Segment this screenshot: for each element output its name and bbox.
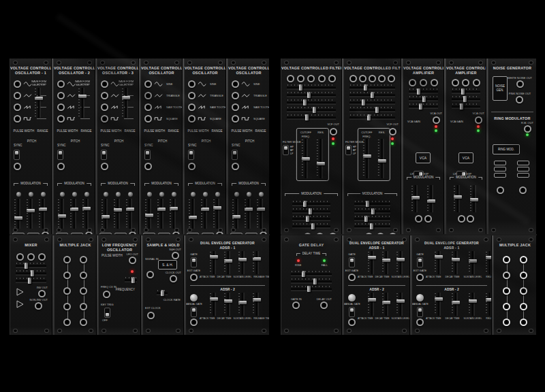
mixer-in-jack[interactable] <box>27 253 35 261</box>
mixer-level-slider[interactable] <box>14 270 48 276</box>
sine-out-jack[interactable] <box>144 80 152 88</box>
multiple-jack[interactable] <box>80 287 87 295</box>
vca-mod-slider[interactable] <box>470 185 478 212</box>
vca-out-jack[interactable] <box>475 116 482 124</box>
vcf-mod-slider[interactable] <box>291 208 332 214</box>
gate-toggle[interactable] <box>191 257 197 267</box>
multiple-jack[interactable] <box>503 287 510 295</box>
multiple-jack[interactable] <box>80 256 87 263</box>
vcf-in-jack[interactable] <box>307 75 315 82</box>
mod-slider[interactable] <box>145 199 153 229</box>
square-out-jack[interactable] <box>57 115 65 122</box>
vca-mod-slider[interactable] <box>454 185 462 212</box>
attack-slider[interactable] <box>210 293 218 316</box>
sync-toggle[interactable] <box>232 150 238 160</box>
sync-jack[interactable] <box>188 163 196 170</box>
ext-clock-jack[interactable] <box>147 312 155 319</box>
saw-out-jack[interactable] <box>101 103 108 111</box>
filter-mode-toggle[interactable] <box>345 145 352 155</box>
release-slider[interactable] <box>253 293 261 316</box>
attack-slider[interactable] <box>368 251 376 274</box>
mod-slider[interactable] <box>189 199 197 229</box>
ring-mod-out-jack[interactable] <box>524 125 531 133</box>
gate-toggle[interactable] <box>349 257 355 267</box>
manual-gate-button[interactable] <box>416 294 424 301</box>
resonance-slider[interactable] <box>317 139 325 178</box>
cutoff-freq-slider[interactable] <box>362 139 371 178</box>
ext-gate-jack[interactable] <box>348 318 356 326</box>
attack-slider[interactable] <box>435 251 443 274</box>
multiple-jack[interactable] <box>63 272 71 279</box>
mod-slider[interactable] <box>70 199 78 229</box>
vca-level-slider[interactable] <box>450 96 482 102</box>
mod-trim-knob[interactable] <box>172 192 176 197</box>
multiple-jack[interactable] <box>520 272 527 279</box>
multiple-jack[interactable] <box>63 303 71 310</box>
vca-out-jack[interactable] <box>433 116 440 124</box>
ring-y-in-jack[interactable] <box>519 186 527 194</box>
vcf-level-slider[interactable] <box>348 84 396 91</box>
saw-out-jack[interactable] <box>144 103 152 111</box>
mod-slider[interactable] <box>58 199 66 229</box>
vcf-mod-slider[interactable] <box>353 201 392 207</box>
vcf-mod-slider[interactable] <box>353 216 392 222</box>
triangle-out-jack[interactable] <box>188 92 196 99</box>
vcf-level-slider[interactable] <box>285 84 337 91</box>
sine-out-jack[interactable] <box>101 80 108 88</box>
vcf-mod-jack[interactable] <box>316 233 324 234</box>
delay-out-jack[interactable] <box>320 301 328 309</box>
sync-toggle[interactable] <box>144 150 151 160</box>
square-out-jack[interactable] <box>144 115 152 122</box>
mod-in-jack[interactable] <box>85 231 93 234</box>
gate-in-jack[interactable] <box>292 301 300 309</box>
multiple-jack[interactable] <box>503 303 510 310</box>
gate-toggle[interactable] <box>417 257 423 267</box>
vcf-mod-jack[interactable] <box>389 233 396 234</box>
waveform-selector-slider[interactable] <box>35 88 43 118</box>
attack-slider[interactable] <box>210 251 218 274</box>
saw-out-jack[interactable] <box>14 103 21 111</box>
decay-slider[interactable] <box>224 251 232 274</box>
multiple-jack[interactable] <box>520 287 527 295</box>
ext-gate-jack[interactable] <box>190 274 198 281</box>
mod-in-jack[interactable] <box>260 231 267 234</box>
vcf-level-slider[interactable] <box>285 114 337 120</box>
vcf-in-jack[interactable] <box>318 75 326 82</box>
mixer-in-jack[interactable] <box>16 253 24 261</box>
multiple-jack[interactable] <box>520 318 527 326</box>
mod-trim-knob[interactable] <box>247 192 251 197</box>
vca-mod-slider[interactable] <box>427 185 435 212</box>
decay-slider[interactable] <box>382 293 390 316</box>
vcf-level-slider[interactable] <box>285 99 337 105</box>
resonance-slider[interactable] <box>378 139 386 178</box>
vcf-in-jack[interactable] <box>359 75 367 82</box>
mod-slider[interactable] <box>213 199 221 229</box>
mod-trim-knob[interactable] <box>60 192 65 197</box>
waveform-selector-slider[interactable] <box>78 88 87 118</box>
mod-trim-knob[interactable] <box>128 192 133 197</box>
delay-time-slider[interactable] <box>290 286 333 292</box>
mod-slider[interactable] <box>257 199 265 229</box>
attack-slider[interactable] <box>368 293 376 316</box>
vca-in-jack[interactable] <box>431 79 438 86</box>
vcf-mod-slider[interactable] <box>353 223 392 229</box>
key-trig-toggle[interactable] <box>104 308 110 318</box>
vca-level-slider[interactable] <box>450 88 482 95</box>
saw-out-jack[interactable] <box>232 103 239 111</box>
vcf-mod-jack[interactable] <box>377 233 384 234</box>
mod-slider[interactable] <box>14 199 22 229</box>
release-slider[interactable] <box>253 251 261 274</box>
vca-in-jack[interactable] <box>409 79 416 86</box>
vcf-in-jack[interactable] <box>287 75 294 82</box>
mod-trim-knob[interactable] <box>159 192 164 197</box>
saw-out-jack[interactable] <box>57 103 65 111</box>
pink-noise-out-jack[interactable] <box>516 96 523 103</box>
multiple-jack[interactable] <box>503 318 510 326</box>
vcf-in-jack[interactable] <box>388 75 395 82</box>
mod-trim-knob[interactable] <box>16 192 21 197</box>
mixer-level-slider[interactable] <box>14 263 48 269</box>
ext-gate-jack[interactable] <box>190 318 198 326</box>
manual-gate-button[interactable] <box>348 294 356 301</box>
multiple-jack[interactable] <box>520 303 527 310</box>
manual-gate-button[interactable] <box>190 294 198 301</box>
